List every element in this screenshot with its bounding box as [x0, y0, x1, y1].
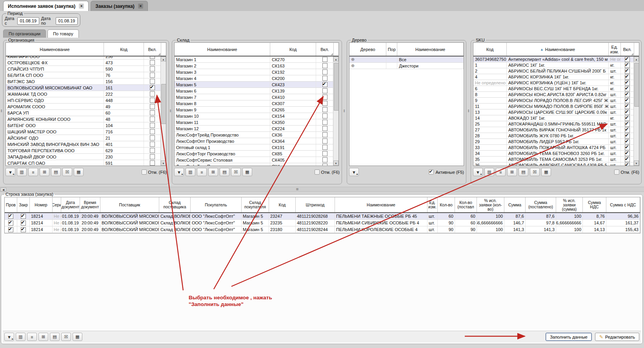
table-row[interactable]: Магазин 8 СК307 [175, 100, 338, 107]
column-header[interactable]: Покупатель [191, 197, 242, 212]
column-header[interactable]: Пор [386, 43, 397, 56]
row-include-checkbox[interactable] [322, 132, 327, 137]
column-header[interactable]: Номер [30, 197, 53, 212]
table-row[interactable]: 27 АВТОМОБИЛЬ ВИРАЖ ГОНОЧНЫЙ 35127 РБ 1к… [473, 127, 639, 133]
row-include-checkbox[interactable] [322, 151, 327, 156]
toolbar-button[interactable]: ▼ + [174, 168, 184, 176]
table-row[interactable]: Магазин 12 СК224 [175, 126, 338, 132]
toolbar-button[interactable]: ▼ + [349, 168, 359, 176]
table-row[interactable]: 13 АБРИКОСЫ ЦАРСКИЕ СУШ.90Г ЦАРСКИЕ 0.09… [473, 109, 639, 115]
row-include-checkbox[interactable] [625, 116, 630, 121]
row-include-checkbox[interactable] [150, 91, 155, 97]
column-header[interactable]: Наименование [335, 197, 428, 212]
hsplitter-grip-icon[interactable]: = [294, 187, 300, 192]
column-header[interactable]: Код [269, 197, 296, 212]
column-header[interactable]: % исп. заявки (сумма) [556, 197, 583, 212]
column-header[interactable]: Кол-во (поставл [455, 197, 477, 212]
fill-data-button[interactable]: Заполнить данные [546, 333, 592, 341]
row-include-checkbox[interactable] [150, 135, 155, 140]
scroll-down-icon[interactable]: ▼ [634, 160, 639, 166]
row-include-checkbox[interactable] [625, 110, 630, 115]
row-include-checkbox[interactable] [150, 129, 155, 134]
table-row[interactable]: ТОРГОВАЯ ПЕРСПЕКТИВА ООО 629 [6, 148, 166, 154]
row-include-checkbox[interactable] [150, 148, 155, 153]
scroll-down-icon[interactable]: ▼ [161, 160, 166, 166]
close-icon[interactable]: × [138, 4, 143, 9]
toolbar-button[interactable]: ▥ [186, 168, 195, 176]
row-include-checkbox[interactable] [625, 75, 630, 80]
table-row[interactable]: 2 АБРИКОС БЕЛЫЙ ПЕЛИКАН СУШЕНЫЙ 200Г Б ш… [473, 68, 639, 74]
table-row[interactable]: Магазин 6 СК139 [175, 88, 338, 94]
splitter[interactable]: ‖ [467, 38, 470, 184]
row-include-checkbox[interactable] [625, 151, 630, 156]
toolbar-button[interactable]: ≡ [27, 333, 37, 341]
toolbar-button[interactable]: ☒ [231, 168, 241, 176]
table-row[interactable]: БАРСА УП 60 [6, 110, 166, 116]
zakryt-checkbox[interactable] [21, 214, 26, 219]
row-include-checkbox[interactable] [322, 76, 327, 81]
column-header[interactable]: Наименование [6, 43, 104, 56]
table-row[interactable]: Не определено АБРИКОС КОРЗИНКА (УЦЕН.) 1… [473, 80, 639, 86]
table-row[interactable]: БИТЕНГ ООО 104 [6, 122, 166, 129]
table-row[interactable]: ЛюксСофтОпт Производство СК364 [175, 138, 338, 144]
toolbar-button[interactable]: ▤ [50, 333, 60, 341]
toolbar-button[interactable]: ▼ + [4, 333, 14, 341]
table-row[interactable]: КАМПАРИ ООО 256 [6, 56, 166, 60]
splitter[interactable]: ‖ [343, 38, 346, 184]
table-row[interactable]: 36 АВТОМОБИЛЬ ФАВОРИТ САМОСВАЛ 4308 РБ 5… [473, 162, 639, 166]
table-row[interactable]: СПАРТАК СП ОАО 591 [6, 160, 166, 166]
proveden-checkbox[interactable] [8, 220, 13, 226]
view-tab[interactable]: По товару [47, 29, 78, 38]
toolbar-button[interactable]: ⊞ [38, 333, 48, 341]
table-row[interactable]: ЛюксСофтТрейд Производство СК36 [175, 132, 338, 138]
table-row[interactable]: Магазин 11 СК350 [175, 119, 338, 126]
splitter[interactable]: ‖ [169, 38, 172, 184]
table-row[interactable]: Магазин 10 СК154 [175, 113, 338, 119]
column-header[interactable]: Склад поставщика [159, 197, 191, 212]
row-include-checkbox[interactable] [625, 57, 630, 62]
row-include-checkbox[interactable] [625, 157, 630, 162]
toolbar-button[interactable]: ⊞ [507, 168, 517, 176]
table-row[interactable]: ЛюксСофтСервис Столовая СК405 [175, 157, 338, 163]
row-include-checkbox[interactable] [322, 82, 327, 87]
table-row[interactable]: Магазин 7 СК410 [175, 94, 338, 100]
column-header[interactable]: Сери [53, 197, 61, 212]
row-include-checkbox[interactable] [322, 88, 327, 93]
scroll-thumb[interactable] [161, 84, 166, 124]
table-row[interactable]: Магазин 3 СК192 [175, 69, 338, 75]
scroll-left-icon[interactable]: ◀ [0, 188, 6, 191]
scroll-thumb[interactable] [334, 63, 339, 111]
row-include-checkbox[interactable] [150, 73, 155, 78]
column-header[interactable]: Кол-во [438, 197, 455, 212]
vertical-scrollbar[interactable]: ▲ ▼ [633, 56, 639, 166]
table-row[interactable]: 8 АБРИКОСЫ КОНС.АРИСТА 820Г АРИСТА 0.82к… [473, 92, 639, 98]
vertical-scrollbar[interactable]: ▲ ▼ [160, 56, 166, 166]
table-row[interactable]: Магазин 5 СК423 [175, 82, 338, 88]
row-include-checkbox[interactable] [322, 101, 327, 106]
toolbar-button[interactable]: ▦ [242, 168, 252, 176]
scroll-down-icon[interactable]: ▼ [333, 160, 338, 166]
splitter[interactable]: ‖ [0, 38, 3, 184]
table-row[interactable]: 33 АВТОМОБИЛЬ ПОЖАРНЫЙ АНТОШКА 4724 РБ ш… [473, 145, 639, 151]
row-include-checkbox[interactable] [625, 86, 630, 91]
table-row[interactable]: ОСТРОВЕЦКОЕ ФХ 473 [6, 60, 166, 66]
table-row[interactable]: 1 АБРИКОС 1КГ 1кг. кг. [473, 62, 639, 68]
row-include-checkbox[interactable] [322, 63, 327, 68]
toolbar-button[interactable]: ▦ [74, 168, 84, 176]
column-header[interactable]: Код [104, 43, 144, 56]
row-include-checkbox[interactable] [150, 154, 155, 159]
toolbar-button[interactable]: ▥ [484, 168, 494, 176]
row-include-checkbox[interactable] [625, 92, 630, 97]
table-row[interactable]: Магазин 9 СК265 [175, 107, 338, 113]
column-header[interactable]: Вкл. [144, 43, 161, 56]
toolbar-button[interactable]: ▤ [51, 168, 61, 176]
toolbar-button[interactable]: ☒ [61, 333, 71, 341]
toolbar-button[interactable]: ⊞ [40, 168, 49, 176]
row-include-checkbox[interactable] [625, 122, 630, 127]
otm-checkbox[interactable] [315, 169, 320, 175]
table-row[interactable]: БЕЛИТА СП ООО 76 [6, 72, 166, 78]
table-row[interactable]: АРМЯНСКИЕ КОНЬЯКИ СООО 48 [6, 116, 166, 122]
toolbar-button[interactable]: ☒ [530, 168, 540, 176]
table-row[interactable]: АЙСКИНГ ОДО 21 [6, 135, 166, 141]
column-header[interactable]: Вкл. [316, 43, 334, 56]
